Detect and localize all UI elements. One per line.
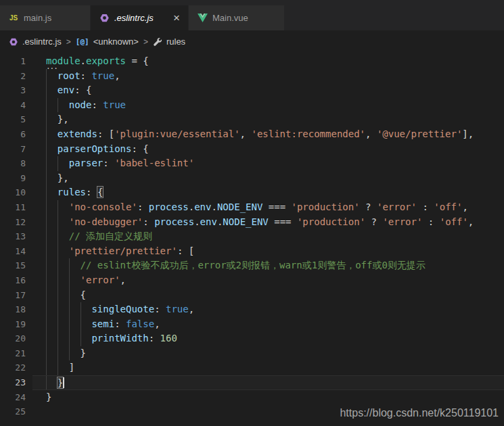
code-line[interactable]: 16 'error', <box>0 273 504 288</box>
tab-main-js[interactable]: JS main.js <box>0 5 90 30</box>
code-token: , <box>120 275 126 285</box>
code-token: // eslint校验不成功后，error或2则报错，warn或1则警告，off… <box>81 260 426 270</box>
code-line[interactable]: 14 'prettier/prettier': [ <box>0 244 504 259</box>
code-token <box>46 128 58 139</box>
indent-guide <box>69 331 70 346</box>
indent-guide <box>58 215 58 230</box>
line-number: 15 <box>0 258 26 273</box>
code-token: 'no-debugger' <box>69 216 143 227</box>
breadcrumb-leaf[interactable]: rules <box>153 37 185 47</box>
code-line[interactable]: 5 }, <box>0 112 504 127</box>
code-token: 'production' <box>297 216 365 227</box>
code-line[interactable]: 17 { <box>0 288 504 303</box>
code-token: // 添加自定义规则 <box>69 231 152 241</box>
code-line[interactable]: 24} <box>0 390 504 405</box>
watermark-url: https://blog.csdn.net/k250119101 <box>340 407 499 419</box>
tab-main-vue[interactable]: Main.vue <box>189 5 284 30</box>
code-line[interactable]: 8 parser: 'babel-eslint' <box>0 156 504 171</box>
breadcrumb-leaf-label: rules <box>166 37 185 47</box>
code-line[interactable]: 7 parserOptions: { <box>0 142 504 157</box>
code-line[interactable]: 23 } <box>0 375 504 390</box>
code-text: 'no-debugger': process.env.NODE_ENV === … <box>32 215 504 230</box>
code-token: , <box>365 128 377 139</box>
code-token: 'off' <box>440 216 468 227</box>
code-token: : <box>91 99 103 110</box>
code-text: 'prettier/prettier': [ <box>32 244 504 259</box>
code-token: true <box>91 70 114 81</box>
code-token: } <box>46 392 51 402</box>
code-line[interactable]: 13 // 添加自定义规则 <box>0 229 504 244</box>
code-token: NODE_ENV <box>217 202 262 212</box>
indent-guide <box>81 331 81 346</box>
code-line[interactable]: 3 env: { <box>0 83 504 98</box>
code-line[interactable]: 19 semi: false, <box>0 317 504 332</box>
code-text: }, <box>32 112 504 127</box>
tab-eslintrc-js[interactable]: .eslintrc.js × <box>91 5 188 30</box>
code-token: 'error' <box>81 275 120 285</box>
code-line[interactable]: 21 } <box>0 346 504 361</box>
code-token: { <box>143 143 148 154</box>
code-line[interactable]: 15 // eslint校验不成功后，error或2则报错，warn或1则警告，… <box>0 258 504 273</box>
line-number: 25 <box>0 404 26 419</box>
code-token: ], <box>462 128 474 139</box>
code-token <box>46 172 58 183</box>
code-token: '@vue/prettier' <box>377 128 462 139</box>
code-token: : <box>114 318 126 329</box>
code-line[interactable]: 10 rules: { <box>0 185 504 200</box>
code-token <box>46 289 81 300</box>
indent-guide <box>46 376 47 389</box>
indent-guide <box>69 288 70 303</box>
indent-guide <box>46 317 47 332</box>
code-token: env <box>58 85 74 95</box>
code-line[interactable]: 20 printWidth: 160 <box>0 331 504 346</box>
breadcrumb-file[interactable]: .eslintrc.js <box>9 37 62 47</box>
code-text: printWidth: 160 <box>32 331 504 346</box>
code-token: node <box>69 99 92 110</box>
code-text: // 添加自定义规则 <box>32 229 504 244</box>
indent-guide <box>46 273 47 288</box>
line-number: 20 <box>0 331 26 346</box>
indent-guide <box>46 258 47 273</box>
code-token: parserOptions <box>58 143 132 154</box>
code-text: extends: ['plugin:vue/essential', 'eslin… <box>32 127 504 142</box>
code-line[interactable]: 18 singleQuote: true, <box>0 302 504 317</box>
indent-guide <box>46 171 47 186</box>
breadcrumb-symbol[interactable]: [@] <unknown> <box>76 37 139 47</box>
symbol-module-icon: [@] <box>76 37 89 46</box>
indent-guide <box>69 317 70 332</box>
indent-guide <box>46 360 47 375</box>
code-line[interactable]: 12 'no-debugger': process.env.NODE_ENV =… <box>0 215 504 230</box>
code-line[interactable]: 2 root: true, <box>0 69 504 84</box>
code-token <box>46 114 58 124</box>
code-token: exports <box>86 55 126 66</box>
code-area[interactable]: 1module.exports = {2 root: true,3 env: {… <box>0 53 504 419</box>
code-token: 'eslint:recommended' <box>251 128 365 139</box>
code-token: === <box>269 216 297 227</box>
code-text: semi: false, <box>32 317 504 332</box>
indent-guide <box>58 229 58 244</box>
code-line[interactable]: 4 node: true <box>0 98 504 113</box>
close-icon[interactable]: × <box>168 12 180 24</box>
line-number: 23 <box>0 375 26 390</box>
code-token: : <box>422 216 439 227</box>
code-text: singleQuote: true, <box>32 302 504 317</box>
indent-guide <box>46 112 47 127</box>
indent-guide <box>58 200 58 215</box>
code-line[interactable]: 9 }, <box>0 171 504 186</box>
indent-guide <box>46 98 47 113</box>
line-number: 5 <box>0 112 26 127</box>
code-text: parser: 'babel-eslint' <box>32 156 504 171</box>
line-number: 18 <box>0 302 26 317</box>
code-token: . <box>81 55 86 66</box>
code-line[interactable]: 11 'no-console': process.env.NODE_ENV ==… <box>0 200 504 215</box>
indent-guide <box>46 215 47 230</box>
code-token: : <box>86 187 97 197</box>
code-line[interactable]: 6 extends: ['plugin:vue/essential', 'esl… <box>0 127 504 142</box>
code-line[interactable]: 22 ] <box>0 360 504 375</box>
breadcrumb-file-label: .eslintrc.js <box>22 37 62 47</box>
code-token: 'off' <box>434 202 462 212</box>
code-token <box>46 85 58 95</box>
code-line[interactable]: 1module.exports = { <box>0 54 504 69</box>
code-token: [ <box>109 128 114 139</box>
code-token: : <box>417 202 434 212</box>
